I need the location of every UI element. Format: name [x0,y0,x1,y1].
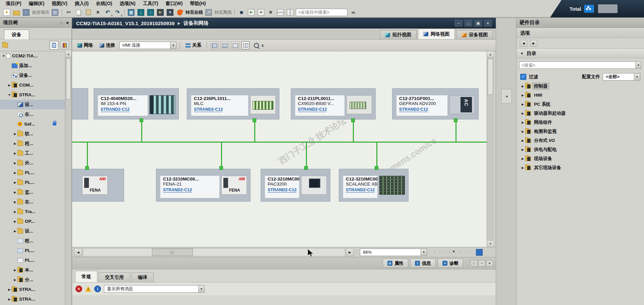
tab-device-view[interactable]: 设备视图 [456,30,493,39]
project-search-input[interactable] [296,9,347,16]
expander-icon[interactable]: ▼ [1,54,6,58]
undo-icon[interactable]: ↶± [104,8,112,16]
catalog-item-9[interactable]: ▶其它现场设备 [517,163,644,172]
warnings-icon[interactable]: ! [85,286,91,292]
tree-item-1[interactable]: 添加... [0,61,65,70]
canvas-horizontal-scrollbar[interactable]: ||| [83,248,345,256]
expander-icon[interactable]: ▶ [520,94,525,97]
device-node-cx9020-b930-v-[interactable]: C12-211PL0011...CX9020-B930 V...STRAND2-… [291,88,376,119]
catalog-item-4[interactable]: ▶网络组件 [517,118,644,127]
device-node-im-153-4-pn[interactable]: C12-4040MD20...IM 153-4 PNSTRAND2-C12 [94,88,179,119]
chevron-down-icon[interactable]: ▼ [634,73,640,80]
expander-icon[interactable]: ▶ [520,112,525,115]
expander-icon[interactable]: ▶ [520,166,525,169]
undo-icon-dropdown[interactable]: ± [111,13,113,17]
accessible-devices-icon[interactable]: ☻ [237,8,246,16]
catalog-section-header[interactable]: ▼ 目录 [517,48,644,58]
expander-icon[interactable]: ▶ [13,268,17,272]
tree-item-16[interactable]: ▶Tra... [0,207,65,216]
close-icon[interactable]: × [484,20,492,27]
catalog-item-2[interactable]: ▶PC 系统 [517,100,644,109]
tree-item-21[interactable]: PL... [0,255,65,265]
breadcrumb-page[interactable]: 设备和网络 [183,20,209,27]
tree-item-23[interactable]: ▶分... [0,275,65,285]
tree-item-2[interactable]: 设备... [0,70,65,80]
tree-item-6[interactable]: 在... [0,109,65,119]
expander-icon[interactable]: ▶ [13,210,17,213]
float-icon[interactable]: □ [471,260,478,266]
menu-item-view[interactable]: 视图(V) [48,1,71,7]
go-online-icon[interactable] [176,8,184,16]
catalog-item-3[interactable]: ▶驱动器和起动器 [517,109,644,118]
float-panel-icon[interactable]: □ [60,21,63,25]
catalog-item-7[interactable]: ▶供电与配电 [517,145,644,154]
expander-icon[interactable]: ▶ [13,220,17,223]
scroll-thumb[interactable]: ||| [152,249,193,256]
tree-item-7[interactable]: Saf... [0,119,65,129]
go-offline-icon[interactable]: ↗ [205,8,213,16]
subnet-link[interactable]: STRAND2-C12 [101,107,129,112]
print-icon[interactable]: ▤ [51,8,59,16]
scroll-left-icon[interactable]: ◀ [74,248,82,256]
inspector-tab-0[interactable]: 常规 [75,271,97,282]
menu-item-online[interactable]: 在线(O) [92,1,116,7]
zoom-slider[interactable]: ▼ [434,249,471,256]
tab-topology-view[interactable]: 拓扑视图 [380,30,417,39]
device-node-fena-21[interactable]: C12-3210MC00...FENA-21STRAND2-C12ABBFENA [156,169,251,202]
minimize-icon[interactable]: ─ [455,20,463,27]
tab-devices[interactable]: 设备 [4,30,29,39]
expander-icon[interactable]: ▶ [13,200,17,204]
cross-reference-icon[interactable]: × [267,8,275,16]
ethernet-port[interactable] [304,166,308,170]
ethernet-port[interactable] [253,118,256,122]
tree-item-10[interactable]: ▶工... [0,148,65,158]
expander-icon[interactable]: ▶ [13,132,17,136]
menu-item-insert[interactable]: 插入(I) [71,1,92,7]
network-mode-button[interactable]: 网络 [75,41,95,50]
new-project-icon[interactable]: ✦ [3,8,11,16]
expander-icon[interactable]: ▶ [520,85,525,88]
tree-item-14[interactable]: ▶监... [0,187,65,197]
expander-icon[interactable]: ▶ [520,130,525,133]
tree-item-5[interactable]: 设... [0,100,65,109]
expander-icon[interactable]: ▶ [13,171,17,174]
panel-splitter[interactable]: ◀ [496,17,517,305]
info-messages-icon[interactable]: i [94,286,101,292]
chevron-down-icon[interactable]: ▼ [198,286,204,292]
inspector-button-info[interactable]: i信息 [410,259,436,268]
profile-select[interactable]: <全部> ▼ [603,73,640,81]
restore-icon[interactable]: □ [465,20,472,27]
redo-icon-dropdown[interactable]: ± [121,13,122,17]
scroll-right-icon[interactable]: ▶ [346,248,354,256]
tree-item-15[interactable]: ▶在... [0,197,65,207]
download-to-device-icon[interactable]: ↓ [137,8,145,16]
device-node-scalance-xb216[interactable]: C12-3210MC00...SCALANCE XB216STRAND2-C12 [339,169,409,202]
scroll-up-icon[interactable]: ▲ [65,51,71,58]
inspector-tab-1[interactable]: 交叉引用 [99,272,130,282]
expander-icon[interactable]: ▶ [520,139,525,142]
expander-icon[interactable]: ▶ [7,84,12,87]
project-search-input[interactable] [296,10,347,15]
message-filter-select[interactable]: 显示所有消息 ▼ [104,285,205,293]
catalog-search-box[interactable]: ▼ [519,61,641,69]
tree-item-25[interactable]: ▶STRA... [0,294,65,304]
catalog-item-8[interactable]: ▶现场设备 [517,154,644,163]
zoom-slider-thumb[interactable]: ▼ [452,250,455,253]
expander-icon[interactable]: ▶ [13,142,17,145]
subnet-link[interactable]: STRAND2-C12 [298,107,327,112]
compile-icon[interactable]: ▦ [127,8,135,16]
project-tree-scrollbar[interactable]: ▲ [65,51,71,305]
tree-item-3[interactable]: ▶COM... [0,80,65,90]
menu-item-help[interactable]: 帮助(H) [186,1,209,7]
chevron-down-icon[interactable]: ▼ [635,62,641,68]
device-node-partial-left[interactable] [72,88,88,119]
collapse-panel-icon[interactable]: ◀ [66,20,68,25]
ethernet-port[interactable] [219,166,223,170]
breadcrumb-project[interactable]: CCM2-TIA15-A0161_V15.1_201910250939 [76,20,175,26]
find-replace-icon[interactable]: ∞ [349,8,357,16]
chevron-down-icon[interactable]: ▼ [421,249,427,256]
expander-icon[interactable]: ▶ [520,103,525,106]
expander-icon[interactable]: ▶ [520,157,525,160]
tree-item-13[interactable]: ▶PL... [0,177,65,187]
tile-view-button[interactable] [231,41,239,49]
